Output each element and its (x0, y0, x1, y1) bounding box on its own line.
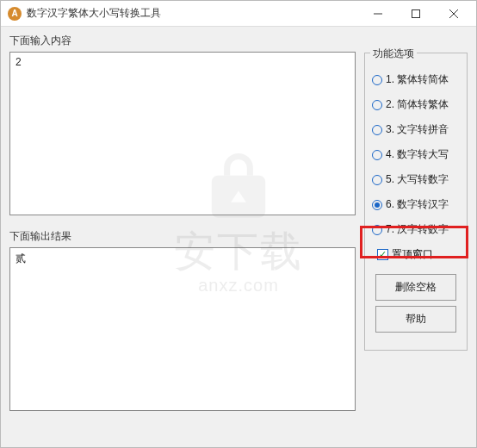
window-title: 数字汉字繁体大小写转换工具 (27, 6, 359, 21)
radio-icon (372, 175, 382, 185)
radio-option-3[interactable]: 3. 文字转拼音 (372, 122, 460, 137)
close-button[interactable] (435, 2, 473, 26)
radio-label: 6. 数字转汉字 (386, 197, 449, 212)
radio-icon (372, 200, 382, 210)
app-window: A 数字汉字繁体大小写转换工具 下面输入内容 下面输出结果 功能选项 1 (0, 0, 477, 448)
radio-icon (372, 150, 382, 160)
radio-icon (372, 225, 382, 235)
radio-icon (372, 75, 382, 85)
radio-label: 5. 大写转数字 (386, 172, 449, 187)
right-column: 功能选项 1. 繁体转简体2. 简体转繁体3. 文字转拼音4. 数字转大写5. … (364, 34, 468, 439)
help-button[interactable]: 帮助 (375, 306, 456, 333)
options-title: 功能选项 (370, 47, 417, 61)
radio-option-7[interactable]: 7. 汉字转数字 (372, 222, 460, 237)
content-area: 下面输入内容 下面输出结果 功能选项 1. 繁体转简体2. 简体转繁体3. 文字… (1, 27, 476, 447)
options-groupbox: 功能选项 1. 繁体转简体2. 简体转繁体3. 文字转拼音4. 数字转大写5. … (364, 53, 468, 351)
radio-icon (372, 125, 382, 135)
topmost-checkbox[interactable]: ✓ 置顶窗口 (377, 247, 460, 262)
minimize-icon (374, 9, 382, 18)
radio-label: 3. 文字转拼音 (386, 122, 449, 137)
radio-label: 2. 简体转繁体 (386, 97, 449, 112)
radio-icon (372, 100, 382, 110)
maximize-button[interactable] (397, 2, 435, 26)
output-label: 下面输出结果 (9, 229, 356, 244)
radio-option-6[interactable]: 6. 数字转汉字 (372, 197, 460, 212)
maximize-icon (412, 9, 420, 18)
radio-label: 4. 数字转大写 (386, 147, 449, 162)
input-textarea[interactable] (9, 52, 356, 215)
radio-option-5[interactable]: 5. 大写转数字 (372, 172, 460, 187)
radio-list: 1. 繁体转简体2. 简体转繁体3. 文字转拼音4. 数字转大写5. 大写转数字… (372, 72, 460, 237)
radio-option-1[interactable]: 1. 繁体转简体 (372, 72, 460, 87)
radio-label: 1. 繁体转简体 (386, 72, 449, 87)
topmost-label: 置顶窗口 (392, 247, 433, 262)
remove-spaces-button[interactable]: 删除空格 (375, 274, 456, 301)
radio-option-2[interactable]: 2. 简体转繁体 (372, 97, 460, 112)
radio-option-4[interactable]: 4. 数字转大写 (372, 147, 460, 162)
input-label: 下面输入内容 (9, 34, 356, 48)
output-textarea[interactable] (9, 247, 356, 411)
left-column: 下面输入内容 下面输出结果 (9, 34, 356, 439)
check-icon: ✓ (377, 249, 388, 260)
window-controls (359, 2, 473, 26)
minimize-button[interactable] (359, 2, 397, 26)
radio-label: 7. 汉字转数字 (386, 222, 449, 237)
close-icon (449, 9, 458, 18)
svg-rect-1 (412, 9, 420, 17)
app-icon: A (8, 7, 22, 21)
titlebar: A 数字汉字繁体大小写转换工具 (1, 1, 476, 27)
